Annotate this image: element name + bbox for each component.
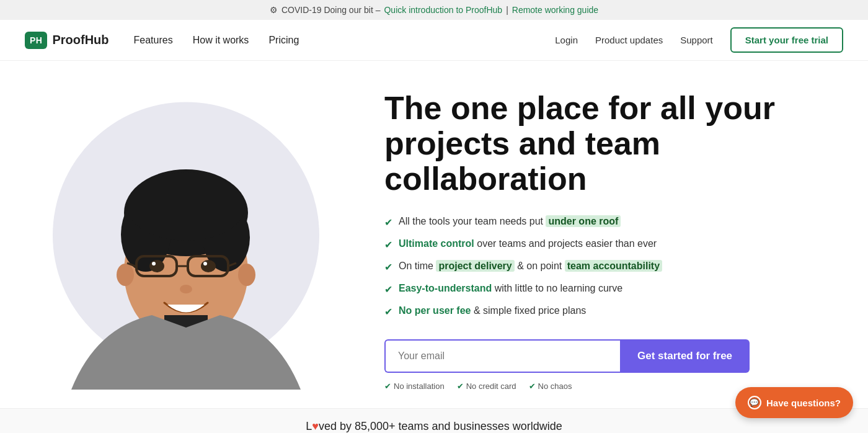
check-icon-2: ✔ xyxy=(384,238,392,252)
nav-features[interactable]: Features xyxy=(134,35,173,45)
feature-item-1: ✔ All the tools your team needs put unde… xyxy=(384,214,781,230)
no-credit-card-label: No credit card xyxy=(466,382,516,391)
check-icon-4: ✔ xyxy=(384,282,392,297)
svg-point-7 xyxy=(117,264,134,286)
navbar: PH ProofHub Features How it works Pricin… xyxy=(0,20,868,61)
chat-bubble-icon: 💬 xyxy=(748,396,761,409)
svg-point-15 xyxy=(201,260,216,272)
svg-point-8 xyxy=(238,264,255,286)
feature-text-5: No per user fee & simple fixed price pla… xyxy=(399,303,586,318)
check-icon-1: ✔ xyxy=(384,215,392,230)
feature-item-4: ✔ Easy-to-understand with little to no l… xyxy=(384,281,781,297)
hero-features-list: ✔ All the tools your team needs put unde… xyxy=(384,214,781,319)
svg-point-16 xyxy=(152,262,156,266)
no-installation-label: No installation xyxy=(394,382,445,391)
hero-section: The one place for all your projects and … xyxy=(0,61,868,408)
bottom-text: L♥ved by 85,000+ teams and businesses wo… xyxy=(306,420,562,432)
logo-icon: PH xyxy=(25,32,47,49)
feature-text-3: On time project delivery & on point team… xyxy=(399,259,662,274)
feature-item-2: ✔ Ultimate control over teams and projec… xyxy=(384,236,781,252)
svg-point-14 xyxy=(149,260,164,272)
no-credit-card-badge: ✔ No credit card xyxy=(457,382,516,391)
gear-icon: ⚙ xyxy=(270,5,278,15)
nav-login[interactable]: Login xyxy=(555,35,578,45)
no-chaos-label: No chaos xyxy=(538,382,572,391)
banner-link2[interactable]: Remote working guide xyxy=(512,5,598,15)
nav-how-it-works[interactable]: How it works xyxy=(193,35,249,45)
no-chaos-badge: ✔ No chaos xyxy=(529,382,572,391)
chat-label: Have questions? xyxy=(766,398,841,408)
nav-right: Login Product updates Support Start your… xyxy=(555,27,843,53)
no-hassle-badges: ✔ No installation ✔ No credit card ✔ No … xyxy=(384,382,781,391)
banner-separator: | xyxy=(506,5,508,15)
top-banner: ⚙ COVID-19 Doing our bit – Quick introdu… xyxy=(0,0,868,20)
nav-pricing[interactable]: Pricing xyxy=(268,35,299,45)
feature-item-3: ✔ On time project delivery & on point te… xyxy=(384,259,781,275)
tick-icon-2: ✔ xyxy=(457,382,464,391)
get-started-button[interactable]: Get started for free xyxy=(620,339,750,373)
tick-icon-3: ✔ xyxy=(529,382,536,391)
banner-prefix: COVID-19 Doing our bit – xyxy=(281,5,381,15)
start-trial-button[interactable]: Start your free trial xyxy=(730,27,843,53)
logo[interactable]: PH ProofHub xyxy=(25,32,109,49)
hero-image-container xyxy=(25,92,347,390)
tick-icon-1: ✔ xyxy=(384,382,391,391)
svg-point-18 xyxy=(180,285,192,293)
bottom-text-before: L xyxy=(306,420,312,432)
hero-person-illustration xyxy=(65,92,307,390)
hero-content: The one place for all your projects and … xyxy=(347,91,781,391)
chat-button[interactable]: 💬 Have questions? xyxy=(735,387,853,418)
banner-link1[interactable]: Quick introduction to ProofHub xyxy=(384,5,502,15)
hero-title: The one place for all your projects and … xyxy=(384,91,781,197)
logo-text: ProofHub xyxy=(52,33,108,47)
feature-item-5: ✔ No per user fee & simple fixed price p… xyxy=(384,303,781,319)
nav-links: Features How it works Pricing xyxy=(134,35,299,46)
heart-icon: ♥ xyxy=(312,420,319,432)
svg-point-17 xyxy=(203,262,207,266)
feature-text-2: Ultimate control over teams and projects… xyxy=(399,236,657,251)
hero-cta: Get started for free xyxy=(384,339,781,373)
check-icon-3: ✔ xyxy=(384,260,392,275)
nav-product-updates[interactable]: Product updates xyxy=(595,35,663,45)
feature-text-1: All the tools your team needs put under … xyxy=(399,214,621,229)
no-installation-badge: ✔ No installation xyxy=(384,382,445,391)
nav-support[interactable]: Support xyxy=(680,35,713,45)
bottom-text-after: ved by 85,000+ teams and businesses worl… xyxy=(319,420,562,432)
feature-text-4: Easy-to-understand with little to no lea… xyxy=(399,281,622,296)
check-icon-5: ✔ xyxy=(384,305,392,319)
email-input[interactable] xyxy=(384,339,620,373)
svg-point-6 xyxy=(127,172,245,241)
